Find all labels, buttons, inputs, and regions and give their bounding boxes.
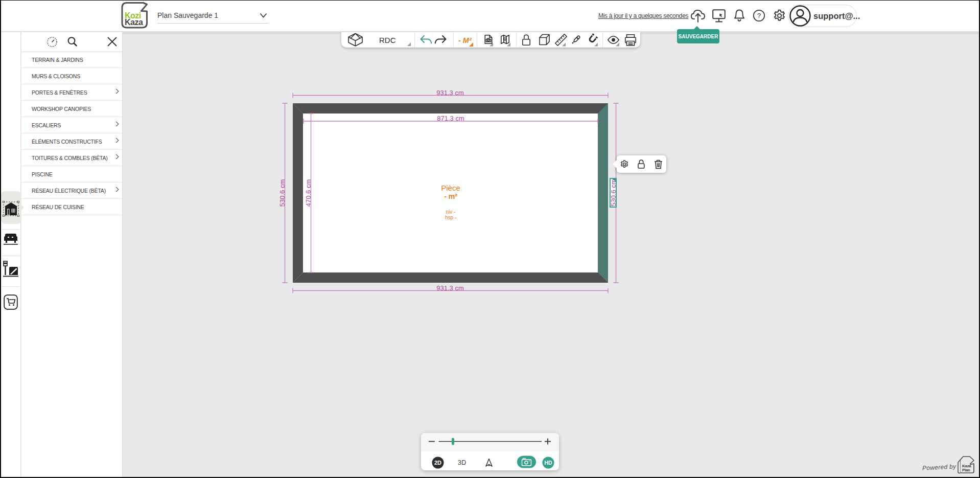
svg-text:HD: HD	[544, 460, 552, 466]
svg-text:470.6 cm: 470.6 cm	[305, 179, 312, 207]
svg-text:?: ?	[757, 12, 761, 19]
svg-text:niv -: niv -	[446, 209, 456, 215]
svg-text:Kaza: Kaza	[125, 18, 143, 27]
svg-text:3D: 3D	[458, 459, 466, 466]
svg-text:530.6 cm: 530.6 cm	[278, 179, 286, 207]
svg-text:Pièce: Pièce	[441, 184, 460, 192]
svg-text:931.3 cm: 931.3 cm	[436, 89, 463, 97]
svg-text:530.6 cm: 530.6 cm	[610, 179, 617, 206]
svg-text:931.3 cm: 931.3 cm	[436, 284, 463, 292]
svg-text:- M²: - M²	[458, 36, 472, 44]
svg-text:RDC: RDC	[379, 36, 396, 44]
svg-text:Plan: Plan	[962, 468, 970, 472]
svg-text:- m²: - m²	[444, 192, 457, 200]
svg-text:2D: 2D	[434, 460, 441, 466]
svg-text:871.3 cm: 871.3 cm	[437, 115, 464, 122]
svg-text:hsp -: hsp -	[445, 215, 456, 220]
